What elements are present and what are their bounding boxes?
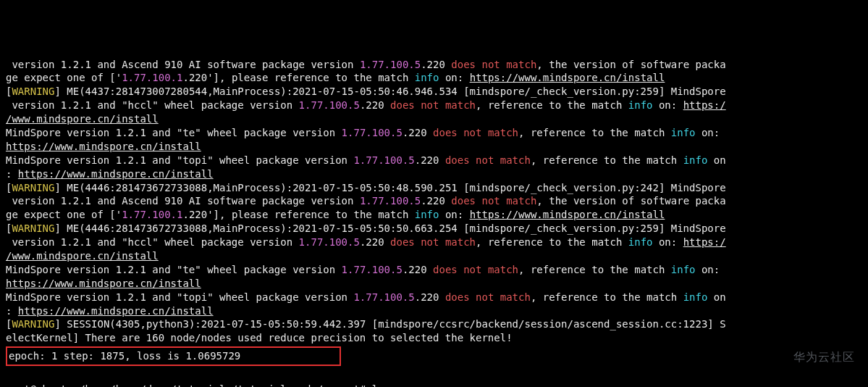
- info-text: info: [628, 99, 653, 111]
- log-text: , reference to the match: [531, 154, 683, 166]
- log-text: version 1.2.1 and Ascend 910 AI software…: [6, 195, 360, 207]
- info-text: info: [415, 209, 439, 220]
- error-text: does not match: [390, 99, 476, 111]
- info-text: info: [683, 154, 708, 166]
- watermark-text: 华为云社区: [793, 349, 855, 365]
- warning-label: WARNING: [12, 86, 54, 97]
- log-text: .220: [415, 291, 445, 303]
- log-text: ] SESSION(4305,python3):2021-07-15-05:50…: [54, 318, 725, 330]
- terminal-output[interactable]: version 1.2.1 and Ascend 910 AI software…: [6, 58, 862, 387]
- log-text: on:: [653, 236, 683, 248]
- url-link[interactable]: https:/: [683, 99, 726, 111]
- log-text: on: [707, 154, 725, 166]
- log-text: .220: [403, 127, 433, 138]
- log-text: , reference to the match: [531, 291, 683, 303]
- version-number: 1.77.100.5: [342, 127, 403, 138]
- url-link[interactable]: https://www.mindspore.cn/install: [18, 168, 214, 180]
- log-text: , the version of software packa: [536, 59, 725, 70]
- log-text: version 1.2.1 and "hccl" wheel package v…: [6, 236, 299, 248]
- log-text: .220'], please reference to the match: [182, 209, 414, 220]
- version-number: 1.77.100.5: [360, 195, 421, 207]
- log-text: ] ME(4446:281473672733088,MainProcess):2…: [54, 182, 725, 194]
- log-text: .220: [421, 195, 451, 207]
- highlight-box: epoch: 1 step: 1875, loss is 1.0695729: [6, 346, 341, 366]
- version-number: 1.77.100.5: [299, 99, 360, 111]
- log-text: :: [6, 305, 18, 317]
- log-text: version 1.2.1 and "hccl" wheel package v…: [6, 99, 299, 111]
- version-number: 1.77.100.5: [299, 236, 360, 248]
- url-link[interactable]: https://www.mindspore.cn/install: [470, 209, 665, 220]
- log-text: MindSpore version 1.2.1 and "te" wheel p…: [6, 264, 342, 275]
- log-text: MindSpore version 1.2.1 and "te" wheel p…: [6, 127, 342, 138]
- log-text: MindSpore version 1.2.1 and "topi" wheel…: [6, 154, 353, 166]
- url-link[interactable]: https://www.mindspore.cn/install: [470, 72, 665, 83]
- url-link[interactable]: /www.mindspore.cn/install: [6, 113, 159, 125]
- log-text: version 1.2.1 and Ascend 910 AI software…: [6, 59, 360, 70]
- url-link[interactable]: https://www.mindspore.cn/install: [6, 278, 201, 289]
- version-number: 1.77.100.1: [122, 72, 182, 83]
- info-text: info: [683, 291, 708, 303]
- log-text: ] ME(4446:281473672733088,MainProcess):2…: [54, 222, 725, 234]
- log-text: .220: [360, 99, 390, 111]
- url-link[interactable]: https:/: [683, 236, 726, 248]
- error-text: does not match: [433, 127, 518, 138]
- warning-label: WARNING: [12, 318, 54, 330]
- log-text: .220: [421, 59, 451, 70]
- info-text: info: [628, 236, 653, 248]
- info-text: info: [415, 72, 439, 83]
- info-text: info: [671, 127, 696, 138]
- info-text: info: [671, 264, 696, 275]
- version-number: 1.77.100.5: [342, 264, 403, 275]
- log-text: , reference to the match: [476, 99, 628, 111]
- training-result: epoch: 1 step: 1875, loss is 1.0695729: [9, 350, 338, 362]
- log-text: , the version of software packa: [536, 195, 725, 207]
- log-text: on:: [439, 72, 469, 83]
- log-text: .220: [415, 154, 445, 166]
- error-text: does not match: [433, 264, 518, 275]
- error-text: does not match: [445, 291, 531, 303]
- warning-label: WARNING: [12, 222, 54, 234]
- url-link[interactable]: https://www.mindspore.cn/install: [6, 141, 201, 152]
- version-number: 1.77.100.5: [360, 59, 421, 70]
- warning-label: WARNING: [12, 182, 54, 194]
- log-text: ge expect one of [': [6, 209, 122, 220]
- log-text: electKernel] There are 160 node/nodes us…: [6, 332, 513, 344]
- version-number: 1.77.100.1: [122, 209, 182, 220]
- log-text: on:: [653, 99, 683, 111]
- log-text: ] ME(4437:281473007280544,MainProcess):2…: [54, 86, 725, 97]
- log-text: .220: [403, 264, 433, 275]
- error-text: does not match: [451, 59, 536, 70]
- log-text: on:: [696, 127, 726, 138]
- log-text: , reference to the match: [518, 264, 671, 275]
- url-link[interactable]: /www.mindspore.cn/install: [6, 250, 159, 262]
- error-text: does not match: [445, 154, 531, 166]
- log-text: , reference to the match: [518, 127, 671, 138]
- url-link[interactable]: https://www.mindspore.cn/install: [18, 305, 214, 317]
- log-text: MindSpore version 1.2.1 and "topi" wheel…: [6, 291, 353, 303]
- log-text: ge expect one of [': [6, 72, 122, 83]
- version-number: 1.77.100.5: [353, 154, 414, 166]
- log-text: , reference to the match: [476, 236, 628, 248]
- error-text: does not match: [390, 236, 476, 248]
- shell-prompt[interactable]: root@ubuntu:/home/bear/docs/tutorials/tu…: [6, 383, 384, 387]
- log-text: on:: [696, 264, 726, 275]
- log-text: .220: [360, 236, 390, 248]
- error-text: does not match: [451, 195, 536, 207]
- log-text: .220'], please reference to the match: [182, 72, 414, 83]
- log-text: on: [707, 291, 725, 303]
- log-text: :: [6, 168, 18, 180]
- version-number: 1.77.100.5: [353, 291, 414, 303]
- log-text: on:: [439, 209, 469, 220]
